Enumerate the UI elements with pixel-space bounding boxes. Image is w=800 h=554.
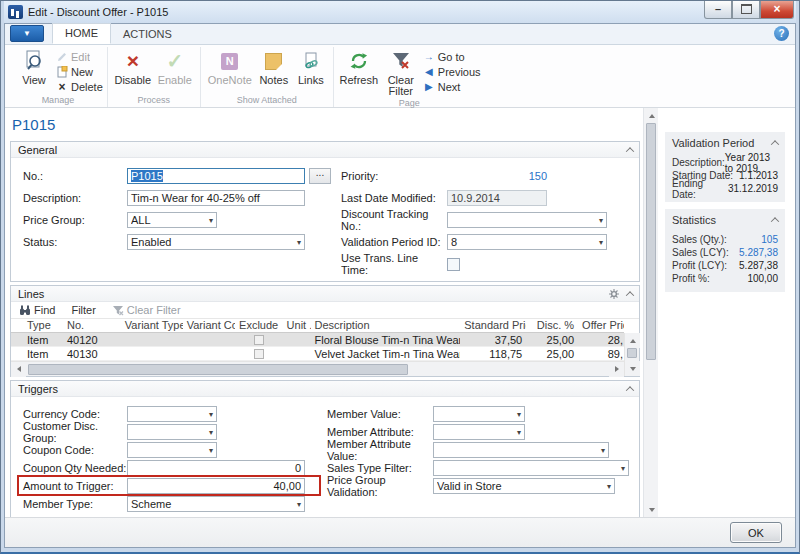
validation-period-header[interactable]: Validation Period — [672, 135, 778, 150]
help-icon[interactable]: ? — [774, 26, 789, 41]
scroll-up-button[interactable] — [625, 333, 640, 348]
table-row[interactable]: Item 40130 Velvet Jacket Tim-n Tina Wear… — [11, 347, 624, 361]
lines-fasttab-header[interactable]: Lines — [11, 286, 639, 302]
sales-type-filter-dropdown[interactable]: ▾ — [433, 460, 629, 476]
no-input[interactable]: P1015 — [127, 168, 305, 184]
collapse-icon[interactable] — [626, 147, 634, 155]
app-icon[interactable] — [8, 5, 23, 19]
exclude-checkbox[interactable] — [254, 349, 264, 359]
minimize-button[interactable]: – — [704, 1, 732, 19]
horizontal-scrollbar[interactable] — [11, 361, 624, 376]
member-attribute-dropdown[interactable]: ▾ — [433, 424, 525, 440]
close-button[interactable]: × — [760, 1, 794, 19]
view-button[interactable]: View — [13, 47, 55, 86]
maximize-button[interactable] — [732, 1, 760, 19]
validation-period-id-dropdown[interactable]: 8 ▾ — [447, 234, 607, 250]
section-title-general: General — [18, 144, 57, 156]
table-row[interactable]: Item 40120 Floral Blouse Tim-n Tina Wear… — [11, 333, 624, 347]
discount-tracking-no-label: Discount Tracking No.: — [341, 208, 447, 232]
clear-filter-button[interactable]: Clear Filter — [380, 47, 422, 97]
scroll-down-button[interactable] — [625, 361, 640, 376]
column-header[interactable]: Exclude — [235, 319, 283, 332]
notes-button[interactable]: Notes — [255, 47, 293, 86]
member-type-dropdown[interactable]: Scheme ▾ — [127, 496, 305, 512]
factbox-row: Description: Year 2013 to 2019 — [672, 156, 778, 169]
filter-button[interactable]: Filter — [71, 304, 95, 316]
scroll-up-button[interactable] — [644, 108, 659, 123]
assist-edit-button[interactable]: ... — [309, 168, 331, 184]
coupon-qty-needed-input[interactable]: 0 — [127, 460, 305, 476]
price-group-validation-dropdown[interactable]: Valid in Store ▾ — [433, 478, 615, 494]
exclude-checkbox[interactable] — [254, 335, 264, 345]
column-header[interactable]: Disc. % — [526, 319, 578, 332]
go-to-button[interactable]: → Go to — [422, 49, 481, 64]
view-icon — [23, 49, 45, 73]
tab-home[interactable]: HOME — [52, 23, 111, 44]
window: Edit - Discount Offer - P1015 – × ▼ HOME… — [0, 0, 800, 554]
collapse-icon[interactable] — [771, 217, 779, 225]
scrollbar-thumb[interactable] — [627, 348, 637, 358]
column-header[interactable]: Standard Price I... — [460, 319, 526, 332]
dropdown-arrow-icon: ▾ — [209, 410, 213, 419]
scrollbar-thumb[interactable] — [28, 364, 408, 375]
delete-button[interactable]: × Delete — [55, 79, 103, 94]
disable-button[interactable]: × Disable — [112, 47, 154, 86]
column-header[interactable]: Variant Type — [121, 319, 183, 332]
app-menu-button[interactable]: ▼ — [10, 25, 44, 42]
collapse-icon[interactable] — [626, 386, 634, 394]
new-button[interactable]: New — [55, 64, 103, 79]
links-button[interactable]: Links — [293, 47, 329, 86]
refresh-icon — [349, 49, 369, 73]
dropdown-arrow-icon: ▾ — [601, 446, 605, 455]
use-trans-line-time-checkbox[interactable] — [447, 258, 460, 271]
amount-to-trigger-input[interactable]: 40,00 — [127, 478, 305, 494]
find-button[interactable]: Find — [19, 304, 55, 316]
refresh-button[interactable]: Refresh — [338, 47, 380, 86]
sales-lcy-link[interactable]: 5.287,38 — [739, 247, 778, 258]
sales-qty-link[interactable]: 105 — [761, 234, 778, 245]
column-header[interactable]: No. — [63, 319, 121, 332]
triggers-fasttab-header[interactable]: Triggers — [11, 381, 639, 397]
column-header[interactable]: Offer Price Inc — [578, 319, 624, 332]
price-group-dropdown[interactable]: ALL ▾ — [127, 212, 217, 228]
dropdown-arrow-icon: ▾ — [297, 238, 301, 247]
collapse-icon[interactable] — [626, 291, 634, 299]
clear-filter-toolbar-button[interactable]: Clear Filter — [112, 304, 181, 316]
main-vertical-scrollbar[interactable] — [643, 108, 658, 517]
onenote-icon: N — [221, 49, 238, 73]
scroll-left-button[interactable] — [11, 362, 26, 377]
previous-button[interactable]: ◀ Previous — [422, 64, 481, 79]
column-header[interactable]: Variant Code — [183, 319, 235, 332]
general-fasttab-header[interactable]: General — [11, 142, 639, 158]
column-header[interactable]: Type — [11, 319, 63, 332]
ok-button[interactable]: OK — [730, 522, 782, 543]
status-label: Status: — [23, 236, 127, 248]
coupon-code-dropdown[interactable]: ▾ — [127, 442, 217, 458]
enable-button[interactable]: ✓ Enable — [154, 47, 196, 86]
status-dropdown[interactable]: Enabled ▾ — [127, 234, 305, 250]
no-label: No.: — [23, 170, 127, 182]
factbox-pane: Validation Period Description: Year 2013… — [658, 108, 795, 517]
edit-button[interactable]: Edit — [55, 49, 103, 64]
next-button[interactable]: ▶ Next — [422, 79, 481, 94]
factbox-row: Profit %: 100,00 — [672, 272, 778, 285]
column-header[interactable]: Description — [311, 319, 461, 332]
member-value-dropdown[interactable]: ▾ — [433, 406, 525, 422]
scrollbar-thumb[interactable] — [646, 123, 656, 360]
tab-actions[interactable]: ACTIONS — [111, 25, 184, 44]
lines-vertical-scrollbar[interactable] — [624, 333, 639, 376]
customer-disc-group-dropdown[interactable]: ▾ — [127, 424, 217, 440]
column-header[interactable]: Unit ... — [283, 319, 311, 332]
currency-code-dropdown[interactable]: ▾ — [127, 406, 217, 422]
onenote-button[interactable]: N OneNote — [205, 47, 255, 86]
statistics-header[interactable]: Statistics — [672, 212, 778, 227]
customize-icon[interactable] — [609, 285, 619, 303]
discount-tracking-no-dropdown[interactable]: ▾ — [447, 212, 607, 228]
priority-value[interactable]: 150 — [447, 170, 547, 182]
factbox-row: Ending Date: 31.12.2019 — [672, 182, 778, 195]
scroll-right-button[interactable] — [609, 362, 624, 377]
description-input[interactable]: Tim-n Wear for 40-25% off — [127, 190, 305, 206]
member-attribute-value-dropdown[interactable]: ▾ — [433, 442, 609, 458]
scroll-down-button[interactable] — [644, 502, 659, 517]
collapse-icon[interactable] — [771, 140, 779, 148]
